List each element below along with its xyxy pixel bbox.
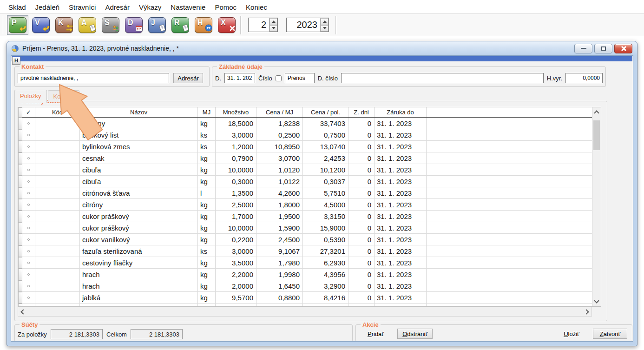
close-button[interactable] (614, 44, 632, 53)
toolbar-button-d[interactable]: D (125, 17, 143, 33)
row-marker-icon (27, 215, 30, 218)
row-selector-15[interactable] (18, 292, 22, 304)
toolbar-button-s[interactable]: S (102, 17, 119, 33)
tab-kontakt[interactable]: Kontakt (48, 90, 79, 102)
ulozit-button[interactable]: Uložiť (559, 329, 585, 339)
month-down-button[interactable] (269, 25, 277, 32)
table-row-12[interactable]: cestoviny fliačkykg3,50001,79806,2930031… (22, 257, 592, 269)
toolbar-slot-p: P (7, 15, 28, 35)
row-selector-2[interactable] (18, 141, 22, 152)
table-row-10[interactable]: cukor vanilkovýkg0,22002,45000,5390031. … (22, 234, 592, 245)
toolbar-button-k[interactable]: K (55, 17, 73, 33)
month-spinner[interactable]: 2 (248, 18, 278, 32)
table-row-8[interactable]: cukor práškovýkg1,70001,95003,3150031. 1… (22, 211, 592, 222)
table-row-1[interactable]: bobkový listks3,00000,25000,7500031. 1. … (22, 129, 592, 141)
table-row-7[interactable]: citrónykg2,50001,80004,5000031. 1. 2023 (22, 199, 592, 211)
table-row-6[interactable]: citrónová šťaval1,35004,26005,7510031. 1… (22, 187, 592, 199)
column-header-6[interactable]: Cena / pol. (303, 107, 348, 117)
row-selector-11[interactable] (18, 245, 22, 257)
column-header-2[interactable]: Názov (80, 107, 198, 117)
toolbar-button-x[interactable]: X (218, 17, 236, 33)
h-button[interactable]: H (12, 57, 20, 65)
toolbar-button-a[interactable]: A (79, 17, 96, 33)
date-input[interactable] (224, 73, 255, 83)
year-up-button[interactable] (321, 18, 329, 25)
minimize-button[interactable] (574, 44, 592, 53)
hvyr-input[interactable] (565, 73, 603, 83)
year-spinner[interactable]: 2023 (286, 18, 329, 32)
menu-item-koniec[interactable]: Koniec (241, 2, 272, 13)
table-row-0[interactable]: banánykg18,50001,823833,7403031. 1. 2023 (22, 118, 592, 129)
table-row-15[interactable]: jablkákg9,57000,88008,4216031. 1. 2023 (22, 292, 592, 304)
maximize-button[interactable] (594, 44, 612, 53)
toolbar-button-p[interactable]: P (9, 17, 26, 33)
adresar-button[interactable]: Adresár (173, 73, 203, 83)
table-row-3[interactable]: cesnakkg0,79003,07002,4253031. 1. 2023 (22, 152, 592, 164)
menu-item-adresár[interactable]: Adresár (100, 2, 134, 13)
odstranit-button[interactable]: Odstrániť (397, 329, 433, 339)
type-input[interactable] (285, 73, 315, 83)
month-up-button[interactable] (269, 18, 277, 25)
row-selector-14[interactable] (18, 280, 22, 292)
table-row-11[interactable]: fazuľa sterilizovanáks3,00009,106727,320… (22, 245, 592, 257)
table-row-9[interactable]: cukor práškovýkg10,00001,590015,9000031.… (22, 222, 592, 234)
toolbar-button-j[interactable]: J (148, 17, 166, 33)
toolbar-button-r[interactable]: R (171, 17, 189, 33)
vertical-scroll-thumb[interactable] (593, 120, 600, 150)
app-icon (12, 45, 19, 52)
table-row-2[interactable]: bylinková zmesks1,200010,895013,0740031.… (22, 141, 592, 152)
toolbar-separator (3, 16, 4, 34)
column-header-3[interactable]: MJ (198, 107, 216, 117)
toolbar-button-letter: R (174, 19, 180, 27)
cell-1 (35, 187, 80, 198)
zatvorit-button[interactable]: Zatvoriť (593, 329, 627, 339)
row-selector-4[interactable] (18, 164, 22, 176)
table-row-16[interactable]: kakaoks5,00003,180015,9000031. 1. 2023 (22, 304, 592, 306)
row-selector-3[interactable] (18, 152, 22, 164)
row-selector-16[interactable] (18, 304, 22, 307)
pridat-button[interactable]: Pridať (362, 329, 389, 339)
year-value[interactable]: 2023 (287, 18, 320, 32)
column-header-7[interactable]: Z. dni (348, 107, 375, 117)
year-down-button[interactable] (321, 25, 329, 32)
menu-item-stravníci[interactable]: Stravníci (64, 2, 100, 13)
menu-item-výkazy[interactable]: Výkazy (134, 2, 166, 13)
row-selector-0[interactable] (18, 118, 22, 129)
contact-input[interactable] (18, 73, 169, 83)
column-header-4[interactable]: Množstvo (216, 107, 256, 117)
month-value[interactable]: 2 (249, 18, 269, 32)
row-selector-13[interactable] (18, 269, 22, 280)
menu-item-sklad[interactable]: Sklad (4, 2, 31, 13)
row-selector-1[interactable] (18, 129, 22, 141)
row-marker-cell (22, 211, 35, 222)
table-row-13[interactable]: hrachkg2,20001,99804,3956031. 1. 2023 (22, 269, 592, 280)
tab-polozky[interactable]: Položky (14, 90, 47, 103)
scroll-up-button[interactable] (592, 107, 601, 117)
cell-4: 0,7900 (216, 152, 256, 164)
menu-item-jedáleň[interactable]: Jedáleň (31, 2, 65, 13)
row-selector-5[interactable] (18, 176, 22, 187)
cell-3: kg (198, 176, 216, 187)
toolbar-button-v[interactable]: V (32, 17, 50, 33)
row-selector-6[interactable] (18, 187, 22, 199)
row-selector-9[interactable] (18, 222, 22, 234)
row-selector-10[interactable] (18, 234, 22, 245)
vertical-scrollbar[interactable] (592, 107, 601, 306)
toolbar-button-h[interactable]: H (195, 17, 212, 33)
row-selector-12[interactable] (18, 257, 22, 269)
scroll-down-button[interactable] (592, 297, 601, 306)
menu-item-pomoc[interactable]: Pomoc (210, 2, 241, 13)
menu-item-nastavenie[interactable]: Nastavenie (166, 2, 210, 13)
table-row-4[interactable]: cibuľakg10,00001,012010,1200031. 1. 2023 (22, 164, 592, 176)
column-header-0[interactable]: ✓ (22, 107, 35, 117)
column-header-8[interactable]: Záruka do (375, 107, 427, 117)
column-header-1[interactable]: Kód (35, 107, 80, 117)
row-selector-7[interactable] (18, 199, 22, 211)
table-row-5[interactable]: cibuľakg0,30001,01220,3037031. 1. 2023 (22, 176, 592, 187)
horizontal-scrollbar[interactable] (18, 307, 592, 317)
column-header-5[interactable]: Cena / MJ (256, 107, 303, 117)
cislo-checkbox[interactable] (276, 75, 282, 81)
dcislo-input[interactable] (341, 73, 544, 83)
table-row-14[interactable]: hrachkg2,00001,64503,2900031. 1. 2023 (22, 280, 592, 292)
row-selector-8[interactable] (18, 211, 22, 222)
